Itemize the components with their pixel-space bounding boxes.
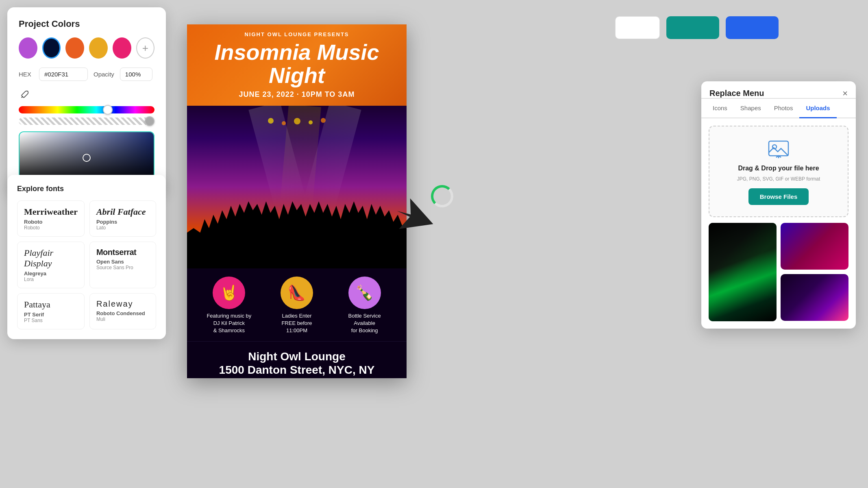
font-main-name: Abril Fatface [96,207,149,217]
icon-text-bottle: Bottle ServiceAvailablefor Booking [348,312,381,335]
poster-crowd-section [187,106,407,268]
font-card-pattaya[interactable]: Pattaya PT Serif PT Sans [17,293,85,329]
upload-thumbnails [701,223,856,329]
explore-fonts-panel: Explore fonts Merriweather Roboto Roboto… [7,175,166,339]
eyedropper-button[interactable] [19,88,31,100]
svg-rect-3 [769,141,788,156]
replace-menu-close-button[interactable]: × [842,89,848,98]
icon-text-music: Featuring music byDJ Kil Patrick& Shamro… [207,312,251,335]
font-sub2: PT Sans [24,318,78,323]
font-card-raleway[interactable]: Raleway Roboto Condensed Muli [89,293,156,329]
color-swatch-yellow[interactable] [89,37,108,59]
browse-files-button[interactable]: Browse Files [748,188,809,205]
hex-label: HEX [19,71,33,78]
font-main-name: Raleway [96,299,149,309]
hue-slider[interactable] [19,106,154,113]
font-sub1: Alegreya [24,270,78,277]
thumbnail-concert-crowd[interactable] [781,274,848,321]
font-sub2: Roboto [24,225,78,231]
upload-sub-text: JPG, PNG, SVG, GIF or WEBP format [737,176,820,182]
picker-thumb[interactable] [83,154,91,162]
toolbar-teal-button[interactable] [666,16,719,39]
toolbar-white-button[interactable] [615,16,660,39]
hex-opacity-row: HEX Opacity [19,68,154,81]
font-main-name: Merriweather [24,207,78,217]
color-swatch-darkblue[interactable] [42,37,61,59]
thumbnail-dj-purple[interactable] [781,223,848,270]
project-colors-panel: Project Colors + HEX Opacity [7,7,166,194]
bokeh-dot [282,121,286,125]
icon-item-ladies: 👠 Ladies EnterFREE before11:00PM [265,277,328,335]
project-colors-title: Project Colors [19,19,154,29]
icon-text-ladies: Ladies EnterFREE before11:00PM [281,312,312,335]
icon-item-music: 🤘 Featuring music byDJ Kil Patrick& Sham… [198,277,261,335]
tab-shapes[interactable]: Shapes [734,99,768,118]
poster-title: Insomnia Music Night [194,41,400,87]
tab-uploads[interactable]: Uploads [799,99,836,118]
venue-name: Night Owl Lounge [248,350,346,363]
font-main-name: Montserrat [96,248,149,257]
poster-container: NIGHT OWL LOUNGE PRESENTS Insomnia Music… [187,24,407,378]
tab-icons[interactable]: Icons [706,99,734,118]
color-swatch-purple[interactable] [19,37,37,59]
hex-input[interactable] [39,68,88,81]
font-sub2: Lato [96,225,149,231]
bokeh-dot [309,120,313,124]
hue-thumb[interactable] [103,105,113,115]
color-swatch-pink[interactable] [113,37,131,59]
loading-spinner [431,185,453,207]
font-sub1: Open Sans [96,259,149,265]
color-gradient-sliders [19,106,154,125]
poster-presents: NIGHT OWL LOUNGE PRESENTS [244,31,349,37]
poster-icons-section: 🤘 Featuring music byDJ Kil Patrick& Sham… [187,268,407,341]
font-sub2: Source Sans Pro [96,265,149,270]
poster-date: JUNE 23, 2022 · 10PM TO 3AM [239,90,355,99]
footer-venue-name: Night Owl Lounge 1500 Danton Street, NYC… [195,350,398,377]
svg-line-0 [22,96,23,98]
alpha-slider[interactable] [19,118,154,125]
spinner-ring [431,185,453,207]
top-toolbar [615,16,779,39]
replace-menu-title: Replace Menu [709,89,764,98]
replace-menu-panel: Replace Menu × Icons Shapes Photos Uploa… [701,81,856,329]
color-swatch-orange[interactable] [65,37,84,59]
font-sub1: Roboto [24,219,78,225]
icon-circle-ladies: 👠 [281,277,313,309]
bokeh-dot [268,118,274,124]
replace-menu-header: Replace Menu × [701,81,856,99]
font-main-name: Pattaya [24,299,78,310]
color-swatches: + [19,37,154,59]
upload-image-icon [767,138,790,161]
font-main-name: Playfair Display [24,248,78,269]
thumbnail-concert-lasers[interactable] [709,223,777,321]
add-color-button[interactable]: + [136,37,154,59]
bokeh-dots [187,118,407,125]
explore-fonts-title: Explore fonts [17,185,156,193]
font-card-montserrat[interactable]: Montserrat Open Sans Source Sans Pro [89,242,156,288]
bokeh-dot [294,118,300,124]
poster-footer: Night Owl Lounge 1500 Danton Street, NYC… [187,341,407,378]
poster: NIGHT OWL LOUNGE PRESENTS Insomnia Music… [187,24,407,378]
font-card-abril[interactable]: Abril Fatface Poppins Lato [89,200,156,237]
poster-orange-section: NIGHT OWL LOUNGE PRESENTS Insomnia Music… [187,24,407,106]
font-card-merriweather[interactable]: Merriweather Roboto Roboto [17,200,85,237]
toolbar-blue-button[interactable] [726,16,779,39]
venue-address: 1500 Danton Street, NYC, NY [219,364,375,376]
upload-dropzone[interactable]: Drag & Drop your file here JPG, PNG, SVG… [709,126,848,217]
icon-circle-music: 🤘 [213,277,245,309]
opacity-label: Opacity [94,71,114,78]
upload-main-text: Drag & Drop your file here [738,165,819,172]
font-sub1: Roboto Condensed [96,310,149,316]
font-sub2: Lora [24,277,78,282]
font-sub2: Muli [96,316,149,322]
opacity-input[interactable] [120,68,152,81]
font-sub1: PT Serif [24,312,78,318]
fonts-grid: Merriweather Roboto Roboto Abril Fatface… [17,200,156,329]
font-card-playfair[interactable]: Playfair Display Alegreya Lora [17,242,85,288]
bokeh-dot [321,118,326,123]
icon-item-bottle: 🍾 Bottle ServiceAvailablefor Booking [333,277,396,335]
tab-photos[interactable]: Photos [768,99,800,118]
font-sub1: Poppins [96,219,149,225]
icon-circle-bottle: 🍾 [348,277,381,309]
alpha-thumb[interactable] [145,116,154,126]
